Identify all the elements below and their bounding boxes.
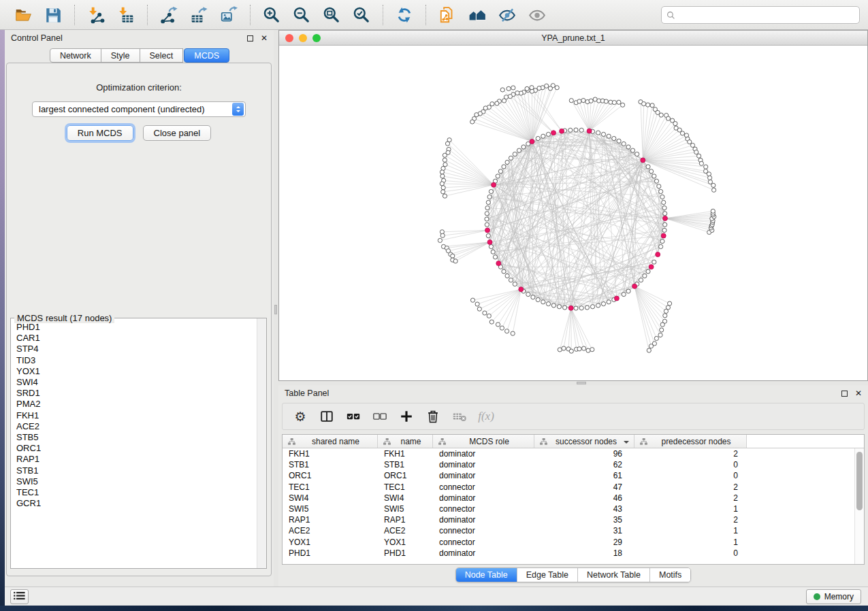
table-tab-network-table[interactable]: Network Table <box>578 568 650 582</box>
mcds-result-item[interactable]: STB5 <box>16 432 257 443</box>
split-panel-button[interactable] <box>319 408 335 425</box>
cell-name[interactable]: TEC1 <box>378 482 433 492</box>
mcds-result-item[interactable]: GCR1 <box>16 498 257 509</box>
cell-shared-name[interactable]: SWI5 <box>283 504 378 514</box>
cell-shared-name[interactable]: YOX1 <box>283 538 378 547</box>
mcds-result-item[interactable]: STB1 <box>16 465 257 476</box>
cell-mcds-role[interactable]: connector <box>433 482 534 492</box>
cell-mcds-role[interactable]: connector <box>433 504 534 514</box>
import-table-button[interactable] <box>116 5 136 25</box>
table-row[interactable]: ORC1ORC1dominator610 <box>283 470 854 481</box>
column-header-successor-nodes[interactable]: successor nodes <box>534 435 634 448</box>
cell-mcds-role[interactable]: dominator <box>433 449 534 459</box>
cell-successor-nodes[interactable]: 47 <box>534 482 622 492</box>
cell-name[interactable]: ACE2 <box>378 526 433 535</box>
mcds-result-item[interactable]: SRD1 <box>16 388 257 399</box>
cell-predecessor-nodes[interactable]: 2 <box>634 493 738 503</box>
mcds-result-item[interactable]: RAP1 <box>16 454 257 465</box>
export-image-button[interactable] <box>219 5 239 25</box>
tab-mcds[interactable]: MCDS <box>184 48 229 63</box>
table-splitter-grip[interactable] <box>577 382 586 384</box>
export-network-button[interactable] <box>159 5 179 25</box>
column-header-mcds-role[interactable]: MCDS role <box>433 435 534 448</box>
cell-shared-name[interactable]: TEC1 <box>283 482 378 492</box>
mcds-result-item[interactable]: YOX1 <box>16 366 257 377</box>
float-table-panel-icon[interactable] <box>841 391 848 397</box>
mcds-result-item[interactable]: CAR1 <box>16 333 257 344</box>
cell-mcds-role[interactable]: dominator <box>433 493 534 503</box>
cell-mcds-role[interactable]: dominator <box>433 471 534 480</box>
cell-successor-nodes[interactable]: 96 <box>534 449 622 459</box>
cell-mcds-role[interactable]: dominator <box>433 548 534 558</box>
cell-predecessor-nodes[interactable]: 0 <box>634 548 738 558</box>
memory-button[interactable]: Memory <box>806 589 861 604</box>
open-session-button[interactable] <box>13 5 33 25</box>
table-tab-motifs[interactable]: Motifs <box>650 568 690 582</box>
search-input[interactable] <box>661 6 860 24</box>
mcds-result-item[interactable]: STP4 <box>16 344 257 354</box>
add-row-button[interactable] <box>398 408 415 425</box>
cell-predecessor-nodes[interactable]: 1 <box>634 538 738 547</box>
mcds-result-item[interactable]: TEC1 <box>16 487 257 498</box>
column-header-predecessor-nodes[interactable]: predecessor nodes <box>634 435 747 448</box>
save-session-button[interactable] <box>43 5 63 25</box>
mcds-result-item[interactable]: PMA2 <box>16 399 257 410</box>
cell-successor-nodes[interactable]: 46 <box>534 493 622 503</box>
table-scrollbar-thumb[interactable] <box>856 452 863 510</box>
table-row[interactable]: PHD1PHD1dominator180 <box>283 548 854 559</box>
table-tab-node-table[interactable]: Node Table <box>456 568 517 582</box>
cell-mcds-role[interactable]: dominator <box>433 515 534 525</box>
mcds-result-item[interactable]: PHD1 <box>16 322 257 333</box>
cell-name[interactable]: PHD1 <box>378 548 433 558</box>
float-panel-icon[interactable] <box>247 35 253 42</box>
table-row[interactable]: TEC1TEC1connector472 <box>283 482 854 493</box>
splitter-grip[interactable] <box>274 305 277 314</box>
cell-predecessor-nodes[interactable]: 1 <box>634 504 738 514</box>
cell-predecessor-nodes[interactable]: 2 <box>634 515 738 525</box>
table-row[interactable]: RAP1RAP1dominator352 <box>283 514 854 525</box>
cell-name[interactable]: YOX1 <box>378 538 433 547</box>
maximize-window-button[interactable] <box>312 34 321 42</box>
cell-predecessor-nodes[interactable]: 1 <box>634 526 738 535</box>
cell-predecessor-nodes[interactable]: 2 <box>634 449 738 459</box>
table-row[interactable]: YOX1YOX1connector291 <box>283 537 854 548</box>
mcds-result-item[interactable]: TID3 <box>16 355 257 366</box>
zoom-in-button[interactable] <box>261 5 282 25</box>
cell-name[interactable]: RAP1 <box>378 515 433 525</box>
fx-button[interactable]: f(x) <box>478 408 494 425</box>
cell-successor-nodes[interactable]: 43 <box>534 504 622 514</box>
cell-mcds-role[interactable]: connector <box>433 526 534 535</box>
zoom-out-button[interactable] <box>291 5 312 25</box>
cell-name[interactable]: FKH1 <box>378 449 433 459</box>
zoom-fit-button[interactable] <box>321 5 342 25</box>
hide-graphics-button[interactable] <box>497 5 517 25</box>
criterion-select[interactable]: largest connected component (undirected) <box>32 101 246 117</box>
table-tab-edge-table[interactable]: Edge Table <box>517 568 578 582</box>
table-row[interactable]: STB1STB1dominator620 <box>283 459 854 470</box>
refresh-layout-button[interactable] <box>394 5 415 25</box>
cell-name[interactable]: STB1 <box>378 460 433 469</box>
task-history-button[interactable] <box>10 589 29 604</box>
mcds-result-item[interactable]: ORC1 <box>16 443 257 454</box>
cell-successor-nodes[interactable]: 29 <box>534 538 622 547</box>
tab-select[interactable]: Select <box>140 48 184 63</box>
cell-predecessor-nodes[interactable]: 0 <box>634 460 738 469</box>
cell-predecessor-nodes[interactable]: 0 <box>634 471 738 480</box>
import-network-button[interactable] <box>86 5 106 25</box>
column-header-name[interactable]: name <box>378 435 433 448</box>
network-window-titlebar[interactable]: YPA_prune.txt_1 <box>279 31 867 46</box>
mcds-result-item[interactable]: ACE2 <box>16 421 257 432</box>
cell-name[interactable]: SWI4 <box>378 493 433 503</box>
cell-shared-name[interactable]: RAP1 <box>283 515 378 525</box>
panel-splitter[interactable] <box>274 30 278 587</box>
cell-predecessor-nodes[interactable]: 2 <box>634 482 738 492</box>
result-scrollbar[interactable] <box>257 318 266 568</box>
settings-button[interactable]: ⚙ <box>292 408 308 425</box>
cell-shared-name[interactable]: ORC1 <box>283 471 378 480</box>
cell-mcds-role[interactable]: connector <box>433 538 534 547</box>
share-document-button[interactable] <box>437 5 457 25</box>
export-table-button[interactable] <box>189 5 209 25</box>
cell-shared-name[interactable]: ACE2 <box>283 526 378 535</box>
table-row[interactable]: ACE2ACE2connector311 <box>283 525 854 536</box>
minimize-window-button[interactable] <box>299 34 307 42</box>
